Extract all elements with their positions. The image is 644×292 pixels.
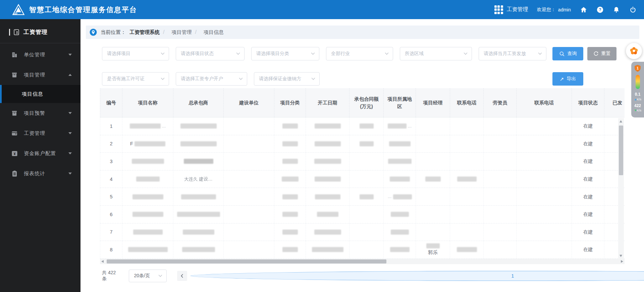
redacted-value [360,124,374,129]
column-header: 项目所属地区 [384,88,416,117]
topbar: 智慧工地综合管理服务信息平台 工资管理 欢迎您： admin ? [0,0,644,19]
bell-icon[interactable] [612,6,620,13]
app-window: 智慧工地综合管理服务信息平台 工资管理 欢迎您： admin ? [0,0,644,292]
table-cell [224,206,274,223]
table-cell [484,241,517,258]
scroll-left-arrow-icon[interactable] [101,260,104,263]
magnifier-icon [559,51,565,57]
status-badge: 在建 [583,176,593,182]
redacted-value [282,177,299,182]
main-content: 当前位置： 工资管理系统 / 项目管理 / 项目信息 请选择项目请选择项目状态请… [80,19,644,292]
network-speed-widget[interactable]: 1 0.1 ▲K/s 422 ▼K/s [631,62,644,117]
chevron-down-icon [68,54,72,56]
home-icon[interactable] [580,6,587,13]
redacted-value [391,212,409,217]
status-badge: 在建 [583,194,593,200]
export-button[interactable]: ↗ 导出 [552,72,583,86]
breadcrumb-item[interactable]: 项目管理 [171,29,192,36]
filter-select[interactable]: 请选择项目分类 [251,47,319,60]
redacted-value [389,141,411,146]
sidebar-item-fund-account-config[interactable]: ¥ 资金账户配置 [0,143,80,163]
sidebar-item-wage-management[interactable]: 工资管理 [0,123,80,143]
table-cell [306,188,350,205]
sidebar-title: 工资管理 [23,28,48,36]
table-cell: F [122,135,173,153]
breadcrumb-root[interactable]: 工资管理系统 [129,29,160,36]
filter-select[interactable]: 是否有施工许可证 [102,72,169,86]
page-button[interactable]: 1 [191,271,644,281]
arrow-up-right-icon: ↗ [560,77,564,82]
filter-placeholder: 请选择工资专户开户 [181,76,223,82]
table-row: 3在建 [100,153,625,171]
prev-page-button[interactable] [177,271,187,281]
table-cell [416,153,450,170]
archive-box-icon [11,110,18,116]
vertical-scrollbar-thumb[interactable] [619,126,623,175]
table-cell: 在建 [572,117,604,135]
filter-select[interactable]: 请选择当月工资发放 [479,47,546,60]
redacted-value [314,230,341,235]
brand: 智慧工地综合管理服务信息平台 [12,4,137,15]
filter-select[interactable]: 请选择项目 [102,47,169,60]
horizontal-scrollbar-thumb[interactable] [107,259,386,263]
reset-button[interactable]: 重置 [587,47,616,60]
redacted-value [132,212,163,217]
table-cell: 6 [100,206,122,223]
table-cell [224,224,274,241]
chevron-down-icon [464,52,468,55]
page-size-select[interactable]: 20条/页 [129,270,167,282]
redacted-value [135,141,165,146]
sidebar-item-project-alert[interactable]: 项目预警 [0,103,80,123]
status-badge: 在建 [583,229,593,235]
table-header: 编号项目名称总承包商建设单位项目分类开工日期承包合同额(万元)项目所属地区项目经… [100,88,625,117]
column-header: 联系电话 [450,88,484,117]
project-table: 编号项目名称总承包商建设单位项目分类开工日期承包合同额(万元)项目所属地区项目经… [100,88,625,259]
table-cell [517,135,572,153]
power-icon[interactable] [629,6,637,13]
table-cell: 5 [100,188,122,205]
redacted-value [282,159,298,164]
vertical-scrollbar[interactable] [618,118,624,259]
redacted-value [360,194,374,199]
table-cell [517,117,572,135]
filter-select[interactable]: 请选择保证金缴纳方 [254,72,320,86]
filter-select[interactable]: 所选区域 [400,47,472,60]
scroll-right-arrow-icon[interactable] [621,260,623,263]
sidebar-item-project-management[interactable]: 项目管理 [0,65,80,85]
report-clipboard-icon [11,170,18,177]
scroll-up-arrow-icon[interactable] [620,120,622,123]
help-icon[interactable]: ? [596,6,604,13]
breadcrumb-item[interactable]: 项目信息 [204,29,224,36]
table-cell [274,171,306,188]
filter-placeholder: 是否有施工许可证 [107,76,145,82]
table-cell [350,241,384,258]
table-cell [484,206,517,223]
table-cell [274,241,306,258]
module-switcher[interactable]: 工资管理 [494,5,528,14]
filter-select[interactable]: 全部行业 [326,47,393,60]
location-pin-icon [90,29,97,36]
sidebar-item-project-info[interactable]: 项目信息 [0,85,80,103]
table-cell [224,188,274,205]
redacted-value [182,247,215,252]
sidebar-item-report-statistics[interactable]: 报表统计 [0,163,80,184]
table-cell [173,241,224,258]
table-cell [173,224,224,241]
scroll-down-arrow-icon[interactable] [620,255,622,257]
breadcrumb: 当前位置： 工资管理系统 / 项目管理 / 项目信息 [86,26,639,39]
chevron-down-icon [161,52,165,55]
table-cell [484,171,517,188]
search-button[interactable]: 查询 [552,47,583,60]
filter-select[interactable]: 请选择项目状态 [176,47,245,60]
filter-select[interactable]: 请选择工资专户开户 [176,72,247,86]
horizontal-scrollbar[interactable] [100,259,625,264]
refresh-icon [593,51,599,56]
table-cell: 2 [100,135,122,153]
browser-assistant-button[interactable] [626,43,642,59]
table-cell [224,241,274,258]
browser-flower-icon [629,46,639,56]
column-header: 承包合同额(万元) [350,88,384,117]
table-cell [484,188,517,205]
redacted-value [425,177,441,182]
sidebar-item-unit-management[interactable]: 单位管理 [0,45,80,65]
